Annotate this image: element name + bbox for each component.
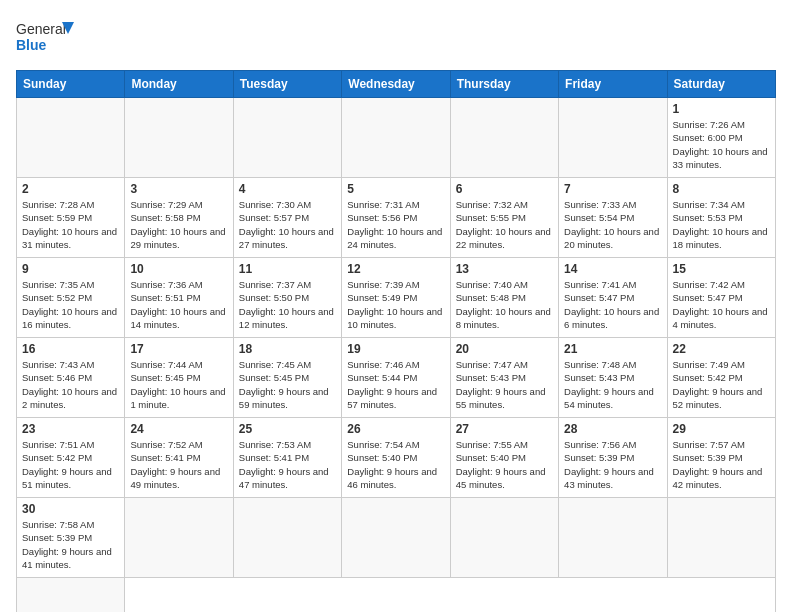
calendar-day: 21Sunrise: 7:48 AM Sunset: 5:43 PM Dayli… <box>559 338 667 418</box>
day-info: Sunrise: 7:58 AM Sunset: 5:39 PM Dayligh… <box>22 518 119 571</box>
day-info: Sunrise: 7:26 AM Sunset: 6:00 PM Dayligh… <box>673 118 770 171</box>
calendar-day: 16Sunrise: 7:43 AM Sunset: 5:46 PM Dayli… <box>17 338 125 418</box>
day-number: 4 <box>239 182 336 196</box>
day-number: 22 <box>673 342 770 356</box>
day-number: 28 <box>564 422 661 436</box>
calendar-empty <box>667 498 775 578</box>
calendar-day: 30Sunrise: 7:58 AM Sunset: 5:39 PM Dayli… <box>17 498 125 578</box>
calendar-day: 5Sunrise: 7:31 AM Sunset: 5:56 PM Daylig… <box>342 178 450 258</box>
day-number: 26 <box>347 422 444 436</box>
day-number: 12 <box>347 262 444 276</box>
calendar-day: 27Sunrise: 7:55 AM Sunset: 5:40 PM Dayli… <box>450 418 558 498</box>
calendar-empty <box>342 498 450 578</box>
day-info: Sunrise: 7:49 AM Sunset: 5:42 PM Dayligh… <box>673 358 770 411</box>
weekday-header: Tuesday <box>233 71 341 98</box>
calendar-day: 18Sunrise: 7:45 AM Sunset: 5:45 PM Dayli… <box>233 338 341 418</box>
day-number: 8 <box>673 182 770 196</box>
calendar-day: 20Sunrise: 7:47 AM Sunset: 5:43 PM Dayli… <box>450 338 558 418</box>
calendar-empty <box>17 578 125 613</box>
day-number: 24 <box>130 422 227 436</box>
day-number: 11 <box>239 262 336 276</box>
calendar-row: 9Sunrise: 7:35 AM Sunset: 5:52 PM Daylig… <box>17 258 776 338</box>
day-number: 9 <box>22 262 119 276</box>
day-number: 23 <box>22 422 119 436</box>
day-info: Sunrise: 7:57 AM Sunset: 5:39 PM Dayligh… <box>673 438 770 491</box>
calendar-day: 23Sunrise: 7:51 AM Sunset: 5:42 PM Dayli… <box>17 418 125 498</box>
day-info: Sunrise: 7:51 AM Sunset: 5:42 PM Dayligh… <box>22 438 119 491</box>
day-number: 17 <box>130 342 227 356</box>
calendar-day: 24Sunrise: 7:52 AM Sunset: 5:41 PM Dayli… <box>125 418 233 498</box>
day-number: 6 <box>456 182 553 196</box>
calendar-table: SundayMondayTuesdayWednesdayThursdayFrid… <box>16 70 776 612</box>
calendar-day: 6Sunrise: 7:32 AM Sunset: 5:55 PM Daylig… <box>450 178 558 258</box>
calendar-day: 26Sunrise: 7:54 AM Sunset: 5:40 PM Dayli… <box>342 418 450 498</box>
day-number: 25 <box>239 422 336 436</box>
weekday-header: Monday <box>125 71 233 98</box>
calendar-day: 13Sunrise: 7:40 AM Sunset: 5:48 PM Dayli… <box>450 258 558 338</box>
weekday-header: Sunday <box>17 71 125 98</box>
day-info: Sunrise: 7:46 AM Sunset: 5:44 PM Dayligh… <box>347 358 444 411</box>
day-info: Sunrise: 7:39 AM Sunset: 5:49 PM Dayligh… <box>347 278 444 331</box>
day-number: 29 <box>673 422 770 436</box>
calendar-day: 1Sunrise: 7:26 AM Sunset: 6:00 PM Daylig… <box>667 98 775 178</box>
calendar-empty <box>233 98 341 178</box>
calendar-row: 16Sunrise: 7:43 AM Sunset: 5:46 PM Dayli… <box>17 338 776 418</box>
day-info: Sunrise: 7:41 AM Sunset: 5:47 PM Dayligh… <box>564 278 661 331</box>
day-number: 16 <box>22 342 119 356</box>
day-info: Sunrise: 7:29 AM Sunset: 5:58 PM Dayligh… <box>130 198 227 251</box>
day-number: 30 <box>22 502 119 516</box>
calendar-day: 11Sunrise: 7:37 AM Sunset: 5:50 PM Dayli… <box>233 258 341 338</box>
day-info: Sunrise: 7:30 AM Sunset: 5:57 PM Dayligh… <box>239 198 336 251</box>
day-number: 1 <box>673 102 770 116</box>
calendar-day: 10Sunrise: 7:36 AM Sunset: 5:51 PM Dayli… <box>125 258 233 338</box>
day-number: 19 <box>347 342 444 356</box>
day-info: Sunrise: 7:47 AM Sunset: 5:43 PM Dayligh… <box>456 358 553 411</box>
weekday-header: Friday <box>559 71 667 98</box>
calendar-header-row: SundayMondayTuesdayWednesdayThursdayFrid… <box>17 71 776 98</box>
day-number: 7 <box>564 182 661 196</box>
calendar-empty <box>125 98 233 178</box>
day-number: 21 <box>564 342 661 356</box>
day-info: Sunrise: 7:55 AM Sunset: 5:40 PM Dayligh… <box>456 438 553 491</box>
day-info: Sunrise: 7:43 AM Sunset: 5:46 PM Dayligh… <box>22 358 119 411</box>
day-info: Sunrise: 7:56 AM Sunset: 5:39 PM Dayligh… <box>564 438 661 491</box>
day-number: 15 <box>673 262 770 276</box>
calendar-day: 14Sunrise: 7:41 AM Sunset: 5:47 PM Dayli… <box>559 258 667 338</box>
day-number: 20 <box>456 342 553 356</box>
calendar-day: 25Sunrise: 7:53 AM Sunset: 5:41 PM Dayli… <box>233 418 341 498</box>
day-info: Sunrise: 7:54 AM Sunset: 5:40 PM Dayligh… <box>347 438 444 491</box>
logo-svg: GeneralBlue <box>16 16 76 58</box>
weekday-header: Thursday <box>450 71 558 98</box>
calendar-day: 4Sunrise: 7:30 AM Sunset: 5:57 PM Daylig… <box>233 178 341 258</box>
calendar-empty <box>342 98 450 178</box>
calendar-row: 30Sunrise: 7:58 AM Sunset: 5:39 PM Dayli… <box>17 498 776 578</box>
calendar-day: 19Sunrise: 7:46 AM Sunset: 5:44 PM Dayli… <box>342 338 450 418</box>
svg-text:Blue: Blue <box>16 37 47 53</box>
day-info: Sunrise: 7:40 AM Sunset: 5:48 PM Dayligh… <box>456 278 553 331</box>
calendar-day: 3Sunrise: 7:29 AM Sunset: 5:58 PM Daylig… <box>125 178 233 258</box>
day-info: Sunrise: 7:28 AM Sunset: 5:59 PM Dayligh… <box>22 198 119 251</box>
day-info: Sunrise: 7:44 AM Sunset: 5:45 PM Dayligh… <box>130 358 227 411</box>
calendar-empty <box>450 498 558 578</box>
day-info: Sunrise: 7:33 AM Sunset: 5:54 PM Dayligh… <box>564 198 661 251</box>
calendar-day: 8Sunrise: 7:34 AM Sunset: 5:53 PM Daylig… <box>667 178 775 258</box>
calendar-empty <box>450 98 558 178</box>
day-number: 5 <box>347 182 444 196</box>
logo: GeneralBlue <box>16 16 76 58</box>
calendar-day: 2Sunrise: 7:28 AM Sunset: 5:59 PM Daylig… <box>17 178 125 258</box>
calendar-day: 12Sunrise: 7:39 AM Sunset: 5:49 PM Dayli… <box>342 258 450 338</box>
calendar-day: 29Sunrise: 7:57 AM Sunset: 5:39 PM Dayli… <box>667 418 775 498</box>
calendar-empty <box>559 498 667 578</box>
calendar-empty <box>125 498 233 578</box>
day-number: 18 <box>239 342 336 356</box>
calendar-day: 15Sunrise: 7:42 AM Sunset: 5:47 PM Dayli… <box>667 258 775 338</box>
calendar-empty <box>17 98 125 178</box>
calendar-day: 9Sunrise: 7:35 AM Sunset: 5:52 PM Daylig… <box>17 258 125 338</box>
day-number: 10 <box>130 262 227 276</box>
calendar-empty <box>559 98 667 178</box>
weekday-header: Wednesday <box>342 71 450 98</box>
day-info: Sunrise: 7:53 AM Sunset: 5:41 PM Dayligh… <box>239 438 336 491</box>
day-number: 27 <box>456 422 553 436</box>
day-number: 13 <box>456 262 553 276</box>
day-info: Sunrise: 7:45 AM Sunset: 5:45 PM Dayligh… <box>239 358 336 411</box>
